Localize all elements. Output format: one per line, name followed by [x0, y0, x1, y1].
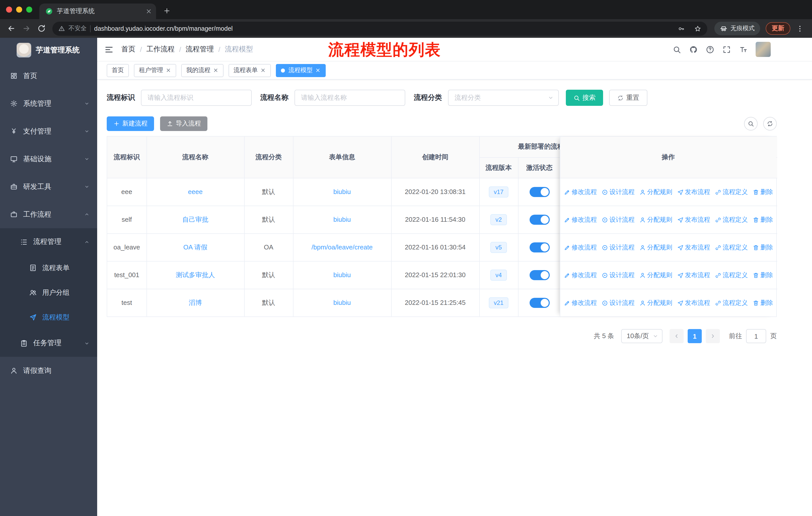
sidebar-item-process-form[interactable]: 流程表单: [0, 255, 97, 280]
breadcrumb-item[interactable]: 工作流程: [146, 45, 175, 54]
new-tab-button[interactable]: [163, 7, 171, 15]
forward-button[interactable]: [19, 21, 33, 35]
op-definition-link[interactable]: 流程定义: [715, 271, 748, 279]
breadcrumb-item[interactable]: 首页: [121, 45, 136, 54]
sidebar-item-process-model[interactable]: 流程模型: [0, 305, 97, 330]
sidebar-item-infrastructure[interactable]: 基础设施: [0, 145, 97, 173]
op-edit-link[interactable]: 修改流程: [563, 243, 597, 252]
op-edit-link[interactable]: 修改流程: [563, 271, 597, 279]
op-design-link[interactable]: 设计流程: [601, 299, 635, 307]
address-bar[interactable]: 不安全 dashboard.yudao.iocoder.cn/bpm/manag…: [52, 21, 707, 35]
op-design-link[interactable]: 设计流程: [601, 271, 635, 279]
process-key-input[interactable]: 请输入流程标识: [141, 90, 252, 106]
activation-toggle[interactable]: [529, 187, 549, 197]
sidebar-item-workflow[interactable]: 工作流程: [0, 200, 97, 228]
op-publish-link[interactable]: 发布流程: [677, 188, 710, 196]
sidebar-item-home[interactable]: 首页: [0, 62, 97, 90]
op-publish-link[interactable]: 发布流程: [677, 215, 710, 224]
process-name-link[interactable]: eeee: [188, 188, 203, 195]
op-edit-link[interactable]: 修改流程: [563, 188, 597, 196]
minimize-window-button[interactable]: [16, 6, 22, 12]
op-delete-link[interactable]: 删除: [752, 299, 773, 307]
op-design-link[interactable]: 设计流程: [601, 243, 635, 252]
page-1-button[interactable]: 1: [688, 329, 702, 343]
op-assign-link[interactable]: 分配规则: [639, 188, 672, 196]
op-publish-link[interactable]: 发布流程: [677, 243, 710, 252]
op-edit-link[interactable]: 修改流程: [563, 299, 597, 307]
close-icon[interactable]: [166, 67, 171, 73]
tag-tenant[interactable]: 租户管理: [134, 64, 176, 77]
back-button[interactable]: [4, 21, 18, 35]
goto-page-input[interactable]: 1: [746, 329, 766, 343]
op-delete-link[interactable]: 删除: [752, 215, 773, 224]
close-icon[interactable]: [213, 67, 219, 73]
form-info-link[interactable]: biubiu: [333, 216, 351, 223]
close-icon[interactable]: [315, 67, 321, 73]
process-name-input[interactable]: 请输入流程名称: [294, 90, 405, 106]
close-window-button[interactable]: [6, 6, 12, 12]
create-model-button[interactable]: 新建流程: [107, 116, 154, 131]
activation-toggle[interactable]: [529, 270, 549, 280]
close-icon[interactable]: [260, 67, 266, 73]
browser-tab[interactable]: 芋道管理系统: [39, 3, 156, 19]
process-name-link[interactable]: 测试多审批人: [176, 271, 215, 278]
process-name-link[interactable]: 自己审批: [182, 215, 208, 223]
sidebar-item-leave-query[interactable]: 请假查询: [0, 357, 97, 384]
help-icon[interactable]: [706, 45, 714, 54]
maximize-window-button[interactable]: [26, 6, 32, 12]
next-page-button[interactable]: [706, 329, 720, 343]
op-publish-link[interactable]: 发布流程: [677, 299, 710, 307]
sidebar-item-payment[interactable]: 支付管理: [0, 117, 97, 145]
op-delete-link[interactable]: 删除: [752, 271, 773, 279]
browser-update-button[interactable]: 更新: [766, 22, 790, 35]
font-size-icon[interactable]: [739, 45, 748, 54]
activation-toggle[interactable]: [529, 242, 549, 252]
form-info-link[interactable]: biubiu: [333, 299, 351, 307]
collapse-sidebar-button[interactable]: [104, 45, 114, 54]
user-avatar[interactable]: [756, 42, 771, 57]
op-edit-link[interactable]: 修改流程: [563, 215, 597, 224]
form-info-link[interactable]: biubiu: [333, 188, 351, 195]
prev-page-button[interactable]: [670, 329, 684, 343]
op-assign-link[interactable]: 分配规则: [639, 215, 672, 224]
op-definition-link[interactable]: 流程定义: [715, 243, 748, 252]
process-name-link[interactable]: 滔博: [189, 299, 202, 306]
op-design-link[interactable]: 设计流程: [601, 215, 635, 224]
activation-toggle[interactable]: [529, 214, 549, 224]
tag-process-model[interactable]: 流程模型: [276, 64, 326, 77]
sidebar-item-user-group[interactable]: 用户分组: [0, 280, 97, 305]
search-button[interactable]: 搜索: [566, 90, 603, 106]
reset-button[interactable]: 重置: [609, 90, 647, 106]
form-info-link[interactable]: biubiu: [333, 271, 351, 279]
op-definition-link[interactable]: 流程定义: [715, 188, 748, 196]
op-definition-link[interactable]: 流程定义: [715, 215, 748, 224]
form-info-link[interactable]: /bpm/oa/leave/create: [312, 243, 373, 251]
passwords-key-button[interactable]: [674, 22, 688, 35]
refresh-table-button[interactable]: [763, 117, 777, 131]
reload-button[interactable]: [34, 21, 48, 35]
op-publish-link[interactable]: 发布流程: [677, 271, 710, 279]
sidebar-logo[interactable]: 芋道管理系统: [0, 38, 97, 62]
fullscreen-icon[interactable]: [722, 45, 731, 54]
page-size-select[interactable]: 10条/页: [621, 329, 663, 343]
import-model-button[interactable]: 导入流程: [160, 116, 207, 131]
bookmark-star-button[interactable]: [691, 22, 704, 35]
search-icon[interactable]: [672, 45, 681, 54]
sidebar-item-system[interactable]: 系统管理: [0, 90, 97, 117]
activation-toggle[interactable]: [529, 298, 549, 308]
tag-my-process[interactable]: 我的流程: [181, 64, 224, 77]
process-name-link[interactable]: OA 请假: [183, 243, 207, 251]
sidebar-item-task-manage[interactable]: 任务管理: [0, 330, 97, 357]
op-definition-link[interactable]: 流程定义: [715, 299, 748, 307]
browser-menu-button[interactable]: [796, 24, 804, 32]
breadcrumb-item[interactable]: 流程管理: [186, 45, 214, 54]
sidebar-item-process-manage[interactable]: 流程管理: [0, 228, 97, 255]
tag-home[interactable]: 首页: [107, 64, 129, 77]
op-delete-link[interactable]: 删除: [752, 188, 773, 196]
op-design-link[interactable]: 设计流程: [601, 188, 635, 196]
github-icon[interactable]: [689, 45, 698, 54]
op-assign-link[interactable]: 分配规则: [639, 243, 672, 252]
op-assign-link[interactable]: 分配规则: [639, 271, 672, 279]
tab-close-icon[interactable]: [145, 8, 152, 15]
process-category-select[interactable]: 流程分类: [448, 90, 559, 106]
